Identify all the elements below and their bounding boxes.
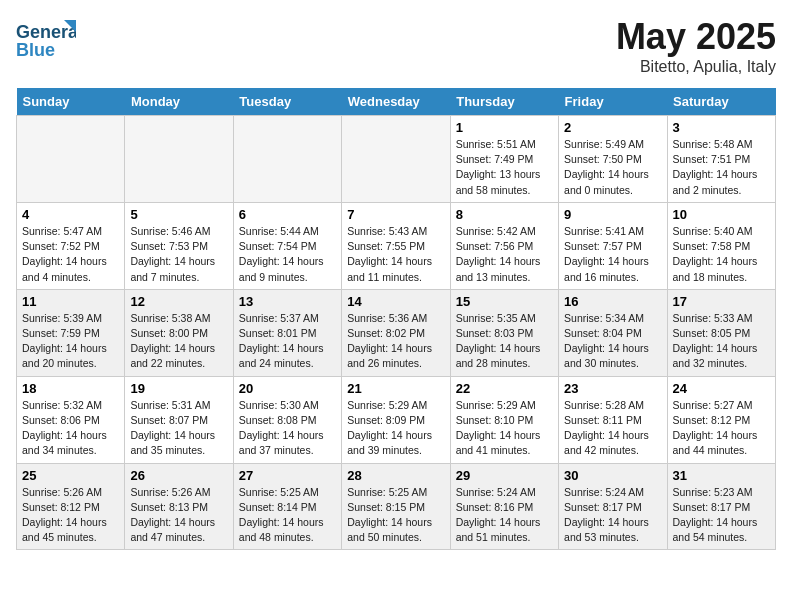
day-header-friday: Friday (559, 88, 667, 116)
day-number: 7 (347, 207, 444, 222)
location: Bitetto, Apulia, Italy (616, 58, 776, 76)
day-number: 2 (564, 120, 661, 135)
calendar-cell: 7Sunrise: 5:43 AMSunset: 7:55 PMDaylight… (342, 202, 450, 289)
day-info: Sunrise: 5:40 AMSunset: 7:58 PMDaylight:… (673, 224, 770, 285)
day-info: Sunrise: 5:42 AMSunset: 7:56 PMDaylight:… (456, 224, 553, 285)
calendar-cell: 16Sunrise: 5:34 AMSunset: 8:04 PMDayligh… (559, 289, 667, 376)
day-number: 24 (673, 381, 770, 396)
day-info: Sunrise: 5:39 AMSunset: 7:59 PMDaylight:… (22, 311, 119, 372)
day-info: Sunrise: 5:25 AMSunset: 8:14 PMDaylight:… (239, 485, 336, 546)
day-number: 10 (673, 207, 770, 222)
day-info: Sunrise: 5:43 AMSunset: 7:55 PMDaylight:… (347, 224, 444, 285)
day-info: Sunrise: 5:24 AMSunset: 8:17 PMDaylight:… (564, 485, 661, 546)
day-number: 13 (239, 294, 336, 309)
calendar-cell: 22Sunrise: 5:29 AMSunset: 8:10 PMDayligh… (450, 376, 558, 463)
day-info: Sunrise: 5:49 AMSunset: 7:50 PMDaylight:… (564, 137, 661, 198)
day-info: Sunrise: 5:23 AMSunset: 8:17 PMDaylight:… (673, 485, 770, 546)
day-number: 22 (456, 381, 553, 396)
logo-icon: General Blue (16, 16, 76, 66)
calendar-cell: 28Sunrise: 5:25 AMSunset: 8:15 PMDayligh… (342, 463, 450, 550)
day-info: Sunrise: 5:30 AMSunset: 8:08 PMDaylight:… (239, 398, 336, 459)
calendar-cell: 3Sunrise: 5:48 AMSunset: 7:51 PMDaylight… (667, 116, 775, 203)
day-info: Sunrise: 5:41 AMSunset: 7:57 PMDaylight:… (564, 224, 661, 285)
day-info: Sunrise: 5:44 AMSunset: 7:54 PMDaylight:… (239, 224, 336, 285)
calendar-cell: 30Sunrise: 5:24 AMSunset: 8:17 PMDayligh… (559, 463, 667, 550)
day-number: 19 (130, 381, 227, 396)
page-header: General Blue May 2025 Bitetto, Apulia, I… (16, 16, 776, 76)
calendar-table: SundayMondayTuesdayWednesdayThursdayFrid… (16, 88, 776, 550)
week-row-3: 11Sunrise: 5:39 AMSunset: 7:59 PMDayligh… (17, 289, 776, 376)
week-row-5: 25Sunrise: 5:26 AMSunset: 8:12 PMDayligh… (17, 463, 776, 550)
day-info: Sunrise: 5:51 AMSunset: 7:49 PMDaylight:… (456, 137, 553, 198)
day-number: 3 (673, 120, 770, 135)
calendar-cell: 25Sunrise: 5:26 AMSunset: 8:12 PMDayligh… (17, 463, 125, 550)
calendar-cell: 9Sunrise: 5:41 AMSunset: 7:57 PMDaylight… (559, 202, 667, 289)
day-info: Sunrise: 5:33 AMSunset: 8:05 PMDaylight:… (673, 311, 770, 372)
day-header-sunday: Sunday (17, 88, 125, 116)
day-header-tuesday: Tuesday (233, 88, 341, 116)
day-info: Sunrise: 5:26 AMSunset: 8:12 PMDaylight:… (22, 485, 119, 546)
calendar-cell: 24Sunrise: 5:27 AMSunset: 8:12 PMDayligh… (667, 376, 775, 463)
month-year: May 2025 (616, 16, 776, 58)
day-number: 21 (347, 381, 444, 396)
svg-text:General: General (16, 22, 76, 42)
calendar-cell: 26Sunrise: 5:26 AMSunset: 8:13 PMDayligh… (125, 463, 233, 550)
day-number: 6 (239, 207, 336, 222)
week-row-1: 1Sunrise: 5:51 AMSunset: 7:49 PMDaylight… (17, 116, 776, 203)
day-header-thursday: Thursday (450, 88, 558, 116)
day-number: 20 (239, 381, 336, 396)
logo: General Blue (16, 16, 76, 66)
week-row-2: 4Sunrise: 5:47 AMSunset: 7:52 PMDaylight… (17, 202, 776, 289)
day-info: Sunrise: 5:35 AMSunset: 8:03 PMDaylight:… (456, 311, 553, 372)
calendar-cell: 4Sunrise: 5:47 AMSunset: 7:52 PMDaylight… (17, 202, 125, 289)
day-number: 26 (130, 468, 227, 483)
calendar-cell: 10Sunrise: 5:40 AMSunset: 7:58 PMDayligh… (667, 202, 775, 289)
day-number: 29 (456, 468, 553, 483)
day-number: 9 (564, 207, 661, 222)
day-header-monday: Monday (125, 88, 233, 116)
calendar-cell: 19Sunrise: 5:31 AMSunset: 8:07 PMDayligh… (125, 376, 233, 463)
calendar-header-row: SundayMondayTuesdayWednesdayThursdayFrid… (17, 88, 776, 116)
day-number: 15 (456, 294, 553, 309)
calendar-cell: 8Sunrise: 5:42 AMSunset: 7:56 PMDaylight… (450, 202, 558, 289)
day-info: Sunrise: 5:24 AMSunset: 8:16 PMDaylight:… (456, 485, 553, 546)
day-info: Sunrise: 5:32 AMSunset: 8:06 PMDaylight:… (22, 398, 119, 459)
day-number: 17 (673, 294, 770, 309)
calendar-cell: 29Sunrise: 5:24 AMSunset: 8:16 PMDayligh… (450, 463, 558, 550)
day-info: Sunrise: 5:34 AMSunset: 8:04 PMDaylight:… (564, 311, 661, 372)
svg-text:Blue: Blue (16, 40, 55, 60)
day-number: 8 (456, 207, 553, 222)
day-number: 25 (22, 468, 119, 483)
day-number: 30 (564, 468, 661, 483)
day-number: 11 (22, 294, 119, 309)
calendar-cell: 1Sunrise: 5:51 AMSunset: 7:49 PMDaylight… (450, 116, 558, 203)
calendar-cell: 2Sunrise: 5:49 AMSunset: 7:50 PMDaylight… (559, 116, 667, 203)
calendar-cell: 12Sunrise: 5:38 AMSunset: 8:00 PMDayligh… (125, 289, 233, 376)
calendar-cell (125, 116, 233, 203)
calendar-body: 1Sunrise: 5:51 AMSunset: 7:49 PMDaylight… (17, 116, 776, 550)
day-number: 18 (22, 381, 119, 396)
calendar-cell: 15Sunrise: 5:35 AMSunset: 8:03 PMDayligh… (450, 289, 558, 376)
day-info: Sunrise: 5:29 AMSunset: 8:10 PMDaylight:… (456, 398, 553, 459)
calendar-cell: 5Sunrise: 5:46 AMSunset: 7:53 PMDaylight… (125, 202, 233, 289)
calendar-cell (233, 116, 341, 203)
day-info: Sunrise: 5:47 AMSunset: 7:52 PMDaylight:… (22, 224, 119, 285)
day-info: Sunrise: 5:26 AMSunset: 8:13 PMDaylight:… (130, 485, 227, 546)
day-info: Sunrise: 5:48 AMSunset: 7:51 PMDaylight:… (673, 137, 770, 198)
day-number: 23 (564, 381, 661, 396)
calendar-cell (342, 116, 450, 203)
calendar-cell: 14Sunrise: 5:36 AMSunset: 8:02 PMDayligh… (342, 289, 450, 376)
title-block: May 2025 Bitetto, Apulia, Italy (616, 16, 776, 76)
week-row-4: 18Sunrise: 5:32 AMSunset: 8:06 PMDayligh… (17, 376, 776, 463)
day-number: 4 (22, 207, 119, 222)
day-number: 12 (130, 294, 227, 309)
day-header-saturday: Saturday (667, 88, 775, 116)
day-number: 16 (564, 294, 661, 309)
calendar-cell: 13Sunrise: 5:37 AMSunset: 8:01 PMDayligh… (233, 289, 341, 376)
day-info: Sunrise: 5:25 AMSunset: 8:15 PMDaylight:… (347, 485, 444, 546)
calendar-cell: 18Sunrise: 5:32 AMSunset: 8:06 PMDayligh… (17, 376, 125, 463)
calendar-cell: 27Sunrise: 5:25 AMSunset: 8:14 PMDayligh… (233, 463, 341, 550)
calendar-cell: 23Sunrise: 5:28 AMSunset: 8:11 PMDayligh… (559, 376, 667, 463)
day-info: Sunrise: 5:38 AMSunset: 8:00 PMDaylight:… (130, 311, 227, 372)
calendar-cell: 11Sunrise: 5:39 AMSunset: 7:59 PMDayligh… (17, 289, 125, 376)
